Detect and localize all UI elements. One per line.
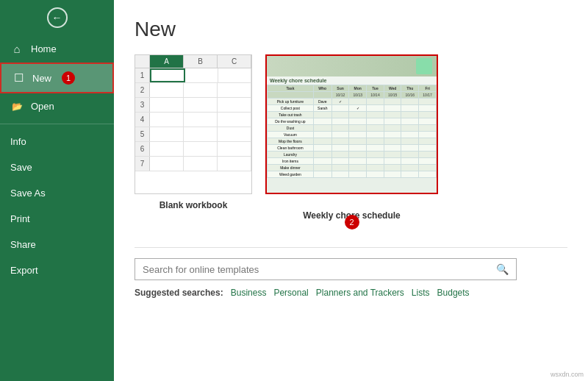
chore-row-6: Vacuum	[268, 132, 437, 138]
row-num-1: 1	[135, 68, 150, 82]
chore-row-3: Take out trash	[268, 112, 437, 118]
cell-C4	[218, 113, 251, 127]
templates-row: A B C 1 2 3	[135, 54, 567, 221]
chore-row-2: Collect postSarah✓	[268, 105, 437, 112]
chore-table: Task Who Sun Mon Tue Wed Thu Fri	[267, 85, 437, 178]
suggested-link-lists[interactable]: Lists	[412, 288, 430, 298]
cell-A5	[150, 127, 184, 141]
template-card-blank[interactable]: A B C 1 2 3	[135, 54, 252, 221]
chore-avatar-icon	[416, 58, 432, 74]
chore-row-7: Mop the floors	[268, 138, 437, 145]
row-num-4: 4	[135, 113, 150, 127]
back-circle-icon: ←	[47, 7, 68, 28]
chore-schedule-thumb: Weekly chore schedule Task Who Sun Mon T…	[265, 54, 438, 194]
sidebar-item-save-label: Save	[10, 162, 32, 173]
chore-col-tue: Tue	[367, 85, 384, 92]
sidebar-item-save[interactable]: Save	[0, 154, 114, 180]
chore-col-thu: Thu	[401, 85, 419, 92]
grid-row-3: 3	[135, 98, 251, 113]
sidebar-item-save-as-label: Save As	[10, 188, 46, 199]
chore-col-wed: Wed	[384, 85, 401, 92]
chore-row-12: Weed garden	[268, 171, 437, 178]
section-divider	[135, 247, 567, 248]
sidebar-item-open[interactable]: 📂 Open	[0, 93, 114, 119]
chore-date-row: 10/12 10/13 10/14 10/15 10/16 10/17	[268, 92, 437, 99]
row-num-2: 2	[135, 83, 150, 97]
grid-row-4: 4	[135, 113, 251, 127]
cell-B6	[184, 142, 218, 156]
row-num-5: 5	[135, 127, 150, 141]
blank-workbook-label: Blank workbook	[159, 200, 228, 210]
sidebar-item-home[interactable]: ⌂ Home	[0, 35, 114, 63]
cell-B3	[184, 98, 218, 112]
col-header-C: C	[218, 55, 251, 68]
chore-row-10: Iron items	[268, 158, 437, 165]
sidebar-item-info-label: Info	[10, 136, 26, 147]
cell-A3	[150, 98, 184, 112]
suggested-link-personal[interactable]: Personal	[273, 288, 308, 298]
sidebar-item-print-label: Print	[10, 213, 30, 224]
cell-C3	[218, 98, 251, 112]
row-num-7: 7	[135, 157, 150, 171]
search-input[interactable]	[143, 264, 492, 275]
cell-C5	[218, 127, 251, 141]
home-icon: ⌂	[10, 43, 24, 55]
sidebar-divider-top	[0, 124, 114, 124]
search-bar[interactable]: 🔍	[135, 258, 517, 280]
suggested-link-business[interactable]: Business	[231, 288, 267, 298]
sidebar: ← ⌂ Home ☐ New 1 📂 Open Info Save Save A…	[0, 0, 114, 381]
blank-workbook-thumb: A B C 1 2 3	[135, 54, 252, 194]
grid-corner	[135, 55, 150, 68]
watermark: wsxdn.com	[551, 371, 584, 378]
sidebar-item-info[interactable]: Info	[0, 129, 114, 154]
chore-row-9: Laundry	[268, 152, 437, 158]
chore-header-bar	[267, 56, 437, 76]
cell-B5	[184, 127, 218, 141]
chore-col-fri: Fri	[419, 85, 437, 92]
cell-A1	[150, 68, 185, 82]
sidebar-item-save-as[interactable]: Save As	[0, 180, 114, 206]
grid-header: A B C	[135, 55, 251, 68]
sidebar-item-print[interactable]: Print	[0, 206, 114, 232]
grid-row-7: 7	[135, 157, 251, 171]
chore-col-task: Task	[268, 85, 314, 92]
sidebar-item-share[interactable]: Share	[0, 232, 114, 257]
cell-C6	[218, 142, 251, 156]
suggested-searches-row: Suggested searches: Business Personal Pl…	[135, 288, 567, 298]
chore-schedule-title: Weekly chore schedule	[267, 76, 437, 85]
row-num-6: 6	[135, 142, 150, 156]
back-button[interactable]: ←	[0, 0, 114, 35]
sidebar-item-new-label: New	[32, 73, 51, 84]
suggested-link-budgets[interactable]: Budgets	[437, 288, 470, 298]
page-title: New	[135, 18, 567, 41]
sidebar-item-export[interactable]: Export	[0, 257, 114, 283]
cell-A6	[150, 142, 184, 156]
cell-C7	[218, 157, 251, 171]
chore-row-5: Dust	[268, 125, 437, 132]
template-card-chore[interactable]: Weekly chore schedule Task Who Sun Mon T…	[265, 54, 438, 221]
grid-row-5: 5	[135, 127, 251, 142]
cell-C1	[218, 68, 251, 82]
grid-row-1: 1	[135, 68, 251, 83]
chore-row-11: Make dinner	[268, 165, 437, 171]
sidebar-item-home-label: Home	[31, 43, 57, 54]
cell-B1	[185, 68, 218, 82]
chore-col-sun: Sun	[331, 85, 349, 92]
cell-B2	[184, 83, 218, 97]
chore-row-4: Do the washing up	[268, 118, 437, 125]
chore-col-who: Who	[313, 85, 331, 92]
sidebar-item-new[interactable]: ☐ New 1	[0, 63, 114, 93]
cell-C2	[218, 83, 251, 97]
new-badge: 1	[62, 71, 75, 85]
grid-row-2: 2	[135, 83, 251, 98]
chore-col-mon: Mon	[349, 85, 367, 92]
chore-row-8: Clean bathroom	[268, 145, 437, 152]
chore-table-header-row: Task Who Sun Mon Tue Wed Thu Fri	[268, 85, 437, 92]
col-header-B: B	[184, 55, 218, 68]
chore-row-1: Pick up furnitureDave✓	[268, 99, 437, 105]
sidebar-item-open-label: Open	[31, 101, 54, 112]
chore-badge: 2	[345, 215, 359, 229]
suggested-link-planners[interactable]: Planners and Trackers	[316, 288, 404, 298]
open-folder-icon: 📂	[10, 102, 24, 112]
suggested-label: Suggested searches:	[135, 288, 223, 298]
